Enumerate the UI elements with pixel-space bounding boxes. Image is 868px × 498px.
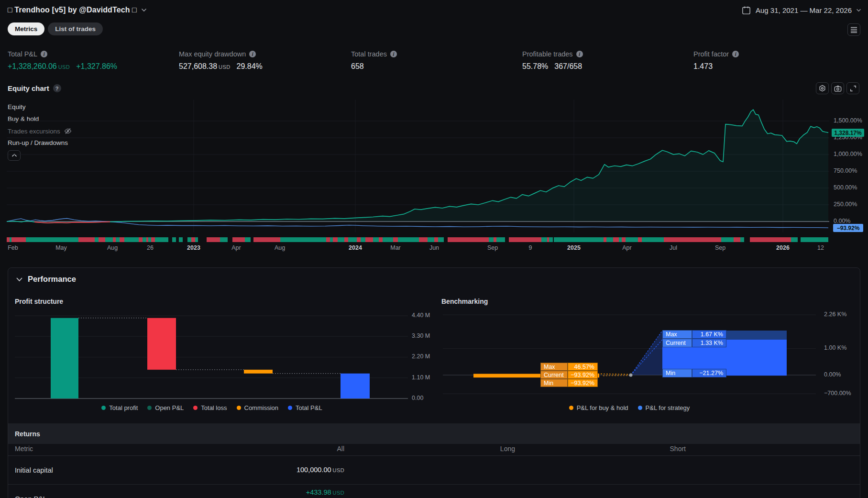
- x-axis-label: Apr: [231, 244, 241, 251]
- trade-strip-segment: [438, 237, 444, 242]
- help-icon[interactable]: ?: [53, 84, 61, 92]
- date-range-picker[interactable]: Aug 31, 2021 — Mar 22, 2026: [741, 5, 861, 15]
- tab-metrics[interactable]: Metrics: [8, 22, 44, 35]
- trade-strip-segment: [664, 237, 721, 242]
- waterfall-bar-commission: [244, 370, 273, 374]
- y-axis-label: 750.00%: [834, 167, 857, 174]
- x-axis-label: Feb: [8, 244, 18, 251]
- legend-item-p-l-for-buy-hold: P&L for buy & hold: [569, 404, 628, 411]
- legend-dot-icon: [237, 406, 241, 410]
- trade-strip-segment: [419, 237, 428, 242]
- x-axis-label: Jun: [429, 244, 439, 251]
- calendar-icon: [741, 5, 751, 15]
- benchmarking-chart: [443, 311, 816, 402]
- strategy-tester-panel: □ Trendhoo [v5] by @DaviddTech □ Aug 31,…: [0, 0, 868, 498]
- trade-strip-segment: [444, 237, 448, 242]
- info-icon[interactable]: i: [576, 51, 583, 57]
- trade-strip-segment: [78, 237, 95, 242]
- performance-title: Performance: [28, 275, 76, 284]
- returns-section-header[interactable]: Returns: [8, 423, 860, 444]
- trade-strip-segment: [228, 237, 232, 242]
- legend-item-total-loss: Total loss: [193, 404, 227, 411]
- trade-strip-segment: [179, 237, 183, 242]
- menu-lines-icon: [850, 26, 857, 33]
- fullscreen-button[interactable]: [846, 82, 859, 94]
- trade-strip-segment: [505, 237, 509, 242]
- benchmarking-legend: P&L for buy & holdP&L for strategy: [443, 403, 816, 412]
- strategy-title-menu[interactable]: □ Trendhoo [v5] by @DaviddTech □: [8, 6, 147, 14]
- layout-menu-button[interactable]: [847, 23, 860, 36]
- metric-max-equity-drawdown: Max equity drawdown i 527,608.38USD 29.8…: [179, 50, 263, 71]
- trade-strip-segment: [333, 237, 338, 242]
- legend-item-p-l-for-strategy: P&L for strategy: [638, 404, 690, 411]
- trade-strip-segment: [740, 237, 744, 242]
- trade-strip-segment: [198, 237, 207, 242]
- trade-strip-segment: [638, 237, 642, 242]
- legend-dot-icon: [193, 406, 198, 410]
- legend-item-total-profit: Total profit: [101, 404, 138, 411]
- y-axis-label: 1,500.00%: [834, 117, 862, 124]
- legend-item-total-p-l: Total P&L: [288, 404, 322, 411]
- snapshot-button[interactable]: [831, 82, 844, 94]
- trade-strip-segment: [253, 237, 280, 242]
- trade-strip-segment: [509, 237, 541, 242]
- tab-list-of-trades[interactable]: List of trades: [48, 22, 103, 35]
- x-axis-label: Aug: [275, 244, 285, 251]
- trade-strip-segment: [721, 237, 734, 242]
- info-icon[interactable]: i: [390, 51, 397, 57]
- legend-dot-icon: [638, 406, 642, 410]
- info-icon[interactable]: i: [249, 51, 256, 57]
- table-row-open-p-l: Open P&L +433.98USD: [8, 485, 860, 498]
- trade-strip-segment: [554, 237, 604, 242]
- legend-dot-icon: [569, 406, 573, 410]
- expand-icon: [850, 85, 857, 92]
- performance-section-toggle[interactable]: Performance: [16, 275, 76, 284]
- trade-strip-segment: [168, 237, 172, 242]
- equity-last-value-badge: 1,328.17%: [832, 129, 864, 137]
- trade-strip-segment: [541, 237, 547, 242]
- chevron-down-icon: [16, 277, 23, 282]
- y-axis-label: 0.00: [412, 395, 423, 401]
- trade-strip-segment: [326, 237, 330, 242]
- trade-strip-segment: [361, 237, 365, 242]
- origin-dot-icon: [629, 374, 633, 377]
- chart-settings-button[interactable]: [816, 82, 829, 94]
- x-axis-label: 26: [147, 244, 154, 251]
- info-icon[interactable]: i: [732, 51, 739, 57]
- trade-strip-segment: [99, 237, 105, 242]
- profit-structure-legend: Total profitOpen P&LTotal lossCommission…: [15, 403, 409, 412]
- trade-strip-segment: [280, 237, 326, 242]
- trade-strip-segment: [11, 237, 26, 242]
- trade-strip-segment: [613, 237, 619, 242]
- equity-chart-plot[interactable]: [7, 100, 829, 236]
- x-axis-label: 2025: [567, 244, 581, 251]
- returns-label: Returns: [15, 430, 40, 438]
- x-axis-label: 12: [817, 244, 824, 251]
- metric-total-trades: Total trades i 658: [351, 50, 397, 71]
- y-axis-label: 1.00 K%: [824, 344, 846, 351]
- x-axis-label: Sep: [487, 244, 498, 251]
- profit-structure-chart: [15, 311, 409, 402]
- trade-strip-segment: [373, 237, 379, 242]
- benchmarking-title: Benchmarking: [441, 298, 488, 305]
- buy-hold-last-value-badge: −93.92%: [833, 224, 863, 232]
- y-axis-label: 1.10 M: [412, 374, 430, 381]
- page-title: □ Trendhoo [v5] by @DaviddTech □: [8, 6, 137, 14]
- metric-profitable-trades: Profitable trades i 55.78% 367/658: [522, 50, 583, 71]
- trade-strip-segment: [183, 237, 187, 242]
- trade-strip-segment: [398, 237, 419, 242]
- equity-chart-title: Equity chart: [8, 84, 49, 92]
- trade-strip-segment: [642, 237, 664, 242]
- legend-item-open-p-l: Open P&L: [147, 404, 184, 411]
- x-axis-label: May: [55, 244, 67, 251]
- y-axis-label: 2.26 K%: [824, 311, 846, 318]
- gear-icon: [819, 85, 826, 92]
- trade-strip-segment: [143, 237, 146, 242]
- trade-strip-segment: [393, 237, 398, 242]
- table-row-initial-capital: Initial capital 100,000.00USD: [8, 456, 860, 485]
- metric-profit-factor: Profit factor i 1.473: [693, 50, 739, 71]
- info-icon[interactable]: i: [41, 51, 47, 57]
- trade-strip-segment: [365, 237, 373, 242]
- waterfall-bar-total-p-l: [341, 374, 370, 398]
- trade-strip-segment: [187, 237, 191, 242]
